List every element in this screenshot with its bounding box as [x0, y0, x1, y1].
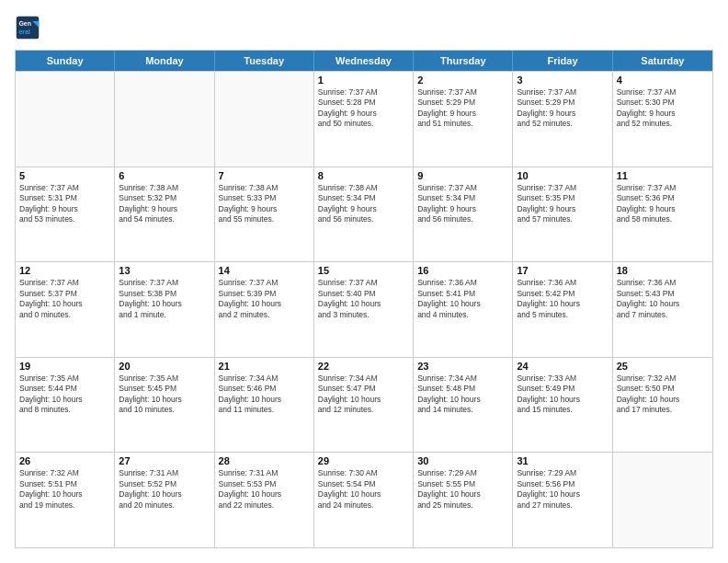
day-number: 21 [219, 361, 310, 372]
cell-info: Sunrise: 7:37 AM Sunset: 5:31 PM Dayligh… [19, 183, 110, 225]
cal-cell: 6Sunrise: 7:38 AM Sunset: 5:32 PM Daylig… [115, 167, 214, 262]
svg-text:eral: eral [18, 29, 30, 35]
cal-cell: 30Sunrise: 7:29 AM Sunset: 5:55 PM Dayli… [414, 453, 513, 547]
cell-info: Sunrise: 7:36 AM Sunset: 5:42 PM Dayligh… [517, 278, 608, 320]
cell-info: Sunrise: 7:29 AM Sunset: 5:55 PM Dayligh… [417, 468, 508, 511]
calendar-body: 1Sunrise: 7:37 AM Sunset: 5:28 PM Daylig… [16, 71, 712, 547]
cell-info: Sunrise: 7:37 AM Sunset: 5:28 PM Dayligh… [318, 87, 409, 130]
cal-cell: 28Sunrise: 7:31 AM Sunset: 5:53 PM Dayli… [215, 453, 314, 547]
day-number: 30 [417, 455, 508, 466]
day-number: 15 [318, 265, 409, 276]
cal-cell [115, 72, 214, 167]
cal-cell: 27Sunrise: 7:31 AM Sunset: 5:52 PM Dayli… [115, 453, 214, 547]
cal-cell: 10Sunrise: 7:37 AM Sunset: 5:35 PM Dayli… [513, 167, 612, 262]
header: Gen eral [15, 15, 713, 40]
week-row-2: 5Sunrise: 7:37 AM Sunset: 5:31 PM Daylig… [16, 167, 712, 262]
cal-cell: 9Sunrise: 7:37 AM Sunset: 5:34 PM Daylig… [414, 167, 513, 262]
day-number: 19 [19, 361, 110, 372]
cell-info: Sunrise: 7:37 AM Sunset: 5:35 PM Dayligh… [517, 183, 608, 225]
day-number: 7 [219, 170, 310, 181]
cal-cell: 14Sunrise: 7:37 AM Sunset: 5:39 PM Dayli… [215, 262, 314, 357]
cal-cell: 17Sunrise: 7:36 AM Sunset: 5:42 PM Dayli… [513, 262, 612, 357]
day-number: 12 [19, 265, 110, 276]
page: Gen eral SundayMondayTuesdayWednesdayThu… [0, 0, 728, 563]
day-number: 17 [517, 265, 608, 276]
day-number: 5 [19, 170, 110, 181]
day-header-wednesday: Wednesday [314, 51, 414, 71]
day-number: 3 [517, 75, 608, 86]
week-row-5: 26Sunrise: 7:32 AM Sunset: 5:51 PM Dayli… [16, 452, 712, 547]
cal-cell: 3Sunrise: 7:37 AM Sunset: 5:29 PM Daylig… [513, 72, 612, 167]
cal-cell: 23Sunrise: 7:34 AM Sunset: 5:48 PM Dayli… [414, 358, 513, 453]
cal-cell: 22Sunrise: 7:34 AM Sunset: 5:47 PM Dayli… [314, 358, 414, 453]
cell-info: Sunrise: 7:30 AM Sunset: 5:54 PM Dayligh… [318, 468, 409, 511]
cal-cell [613, 453, 712, 547]
cal-cell: 15Sunrise: 7:37 AM Sunset: 5:40 PM Dayli… [314, 262, 414, 357]
cell-info: Sunrise: 7:37 AM Sunset: 5:36 PM Dayligh… [617, 183, 709, 225]
cell-info: Sunrise: 7:36 AM Sunset: 5:43 PM Dayligh… [617, 278, 709, 320]
logo-icon: Gen eral [15, 15, 40, 40]
cal-cell: 1Sunrise: 7:37 AM Sunset: 5:28 PM Daylig… [314, 72, 414, 167]
week-row-4: 19Sunrise: 7:35 AM Sunset: 5:44 PM Dayli… [16, 357, 712, 453]
cal-cell [215, 72, 314, 167]
cell-info: Sunrise: 7:37 AM Sunset: 5:29 PM Dayligh… [417, 87, 508, 130]
cal-cell: 11Sunrise: 7:37 AM Sunset: 5:36 PM Dayli… [613, 167, 712, 262]
cell-info: Sunrise: 7:29 AM Sunset: 5:56 PM Dayligh… [517, 468, 608, 511]
cell-info: Sunrise: 7:32 AM Sunset: 5:50 PM Dayligh… [617, 373, 709, 416]
day-header-friday: Friday [513, 51, 612, 71]
day-number: 22 [318, 361, 409, 372]
cal-cell: 8Sunrise: 7:38 AM Sunset: 5:34 PM Daylig… [314, 167, 414, 262]
cell-info: Sunrise: 7:34 AM Sunset: 5:46 PM Dayligh… [219, 373, 310, 416]
day-number: 4 [617, 75, 709, 86]
day-number: 2 [417, 75, 508, 86]
day-number: 10 [517, 170, 608, 181]
day-number: 27 [119, 455, 210, 466]
cal-cell: 12Sunrise: 7:37 AM Sunset: 5:37 PM Dayli… [16, 262, 115, 357]
cell-info: Sunrise: 7:35 AM Sunset: 5:44 PM Dayligh… [19, 373, 110, 416]
calendar-header: SundayMondayTuesdayWednesdayThursdayFrid… [16, 51, 712, 71]
cal-cell: 25Sunrise: 7:32 AM Sunset: 5:50 PM Dayli… [613, 358, 712, 453]
day-header-thursday: Thursday [414, 51, 513, 71]
cell-info: Sunrise: 7:37 AM Sunset: 5:40 PM Dayligh… [318, 278, 409, 320]
calendar: SundayMondayTuesdayWednesdayThursdayFrid… [15, 50, 713, 548]
cell-info: Sunrise: 7:37 AM Sunset: 5:39 PM Dayligh… [219, 278, 310, 320]
cal-cell: 5Sunrise: 7:37 AM Sunset: 5:31 PM Daylig… [16, 167, 115, 262]
cell-info: Sunrise: 7:35 AM Sunset: 5:45 PM Dayligh… [119, 373, 210, 416]
cal-cell: 31Sunrise: 7:29 AM Sunset: 5:56 PM Dayli… [513, 453, 612, 547]
cell-info: Sunrise: 7:37 AM Sunset: 5:29 PM Dayligh… [517, 87, 608, 130]
cal-cell: 16Sunrise: 7:36 AM Sunset: 5:41 PM Dayli… [414, 262, 513, 357]
cell-info: Sunrise: 7:38 AM Sunset: 5:34 PM Dayligh… [318, 183, 409, 225]
day-number: 6 [119, 170, 210, 181]
cell-info: Sunrise: 7:37 AM Sunset: 5:34 PM Dayligh… [417, 183, 508, 225]
cal-cell: 19Sunrise: 7:35 AM Sunset: 5:44 PM Dayli… [16, 358, 115, 453]
cell-info: Sunrise: 7:34 AM Sunset: 5:48 PM Dayligh… [417, 373, 508, 416]
cell-info: Sunrise: 7:37 AM Sunset: 5:38 PM Dayligh… [119, 278, 210, 320]
day-header-saturday: Saturday [613, 51, 712, 71]
cal-cell: 24Sunrise: 7:33 AM Sunset: 5:49 PM Dayli… [513, 358, 612, 453]
cal-cell: 21Sunrise: 7:34 AM Sunset: 5:46 PM Dayli… [215, 358, 314, 453]
day-header-monday: Monday [115, 51, 214, 71]
day-number: 16 [417, 265, 508, 276]
day-header-sunday: Sunday [16, 51, 115, 71]
cell-info: Sunrise: 7:32 AM Sunset: 5:51 PM Dayligh… [19, 468, 110, 511]
cell-info: Sunrise: 7:37 AM Sunset: 5:30 PM Dayligh… [617, 87, 709, 130]
day-number: 24 [517, 361, 608, 372]
cell-info: Sunrise: 7:31 AM Sunset: 5:52 PM Dayligh… [119, 468, 210, 511]
cal-cell: 29Sunrise: 7:30 AM Sunset: 5:54 PM Dayli… [314, 453, 414, 547]
day-number: 8 [318, 170, 409, 181]
day-number: 11 [617, 170, 709, 181]
day-number: 26 [19, 455, 110, 466]
logo: Gen eral [15, 15, 44, 40]
cal-cell [16, 72, 115, 167]
day-number: 18 [617, 265, 709, 276]
day-number: 20 [119, 361, 210, 372]
day-number: 1 [318, 75, 409, 86]
day-number: 31 [517, 455, 608, 466]
cal-cell: 7Sunrise: 7:38 AM Sunset: 5:33 PM Daylig… [215, 167, 314, 262]
week-row-1: 1Sunrise: 7:37 AM Sunset: 5:28 PM Daylig… [16, 71, 712, 167]
cal-cell: 2Sunrise: 7:37 AM Sunset: 5:29 PM Daylig… [414, 72, 513, 167]
day-number: 14 [219, 265, 310, 276]
day-number: 23 [417, 361, 508, 372]
cal-cell: 13Sunrise: 7:37 AM Sunset: 5:38 PM Dayli… [115, 262, 214, 357]
cell-info: Sunrise: 7:38 AM Sunset: 5:33 PM Dayligh… [219, 183, 310, 225]
